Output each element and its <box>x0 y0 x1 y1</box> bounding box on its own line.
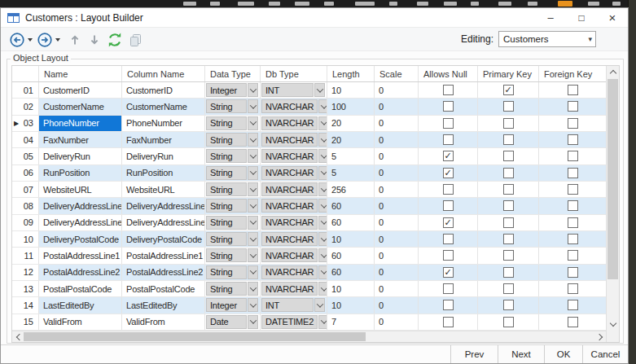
primary-key-checkbox[interactable] <box>503 101 514 112</box>
scale-cell[interactable]: 0 <box>375 281 419 296</box>
allows-null-checkbox[interactable]: ✓ <box>443 267 454 278</box>
column-name-cell[interactable]: PostalPostalCode <box>122 281 205 296</box>
allows-null-checkbox[interactable]: ✓ <box>443 217 454 228</box>
db-type-dropdown[interactable]: INT <box>261 298 325 312</box>
column-header-primary-key[interactable]: Primary Key <box>478 66 539 81</box>
primary-key-checkbox[interactable] <box>503 184 514 195</box>
column-header-data-type[interactable]: Data Type <box>205 66 261 81</box>
back-button[interactable] <box>9 32 25 48</box>
allows-null-checkbox[interactable] <box>443 283 454 294</box>
row-header[interactable]: 13 <box>12 281 39 296</box>
db-type-dropdown[interactable]: DATETIME2 <box>261 315 327 329</box>
length-cell[interactable]: 10 <box>327 82 375 98</box>
column-name-cell[interactable]: RunPosition <box>122 165 205 181</box>
vertical-scrollbar[interactable] <box>606 66 619 331</box>
length-cell[interactable]: 20 <box>327 132 375 147</box>
refresh-button[interactable] <box>107 32 123 48</box>
column-name-cell[interactable]: DeliveryPostalCode <box>122 231 205 247</box>
row-header[interactable]: 12 <box>12 265 39 280</box>
scale-cell[interactable]: 0 <box>375 297 419 313</box>
db-type-dropdown[interactable]: NVARCHAR <box>261 248 327 262</box>
name-cell[interactable]: RunPosition <box>39 165 122 181</box>
row-header[interactable]: 11 <box>12 248 39 263</box>
column-header-row-indicator[interactable] <box>12 66 39 81</box>
data-type-dropdown[interactable]: String <box>206 166 258 180</box>
name-cell[interactable]: PostalAddressLine2 <box>39 265 122 280</box>
length-cell[interactable]: 10 <box>327 281 375 296</box>
data-type-dropdown[interactable]: Integer <box>206 298 258 312</box>
move-down-button[interactable] <box>87 32 102 48</box>
forward-dropdown-caret[interactable] <box>55 38 60 42</box>
scale-cell[interactable]: 0 <box>375 314 419 330</box>
dropdown-button[interactable] <box>248 83 258 97</box>
column-name-cell[interactable]: CustomerName <box>122 99 205 114</box>
foreign-key-checkbox[interactable] <box>568 168 578 178</box>
ok-button[interactable]: OK <box>544 345 582 363</box>
primary-key-checkbox[interactable] <box>503 134 514 145</box>
column-header-scale[interactable]: Scale <box>375 66 419 81</box>
scale-cell[interactable]: 0 <box>375 148 419 164</box>
data-type-dropdown[interactable]: Integer <box>206 83 258 97</box>
data-type-dropdown[interactable]: String <box>206 216 258 230</box>
length-cell[interactable]: 10 <box>327 297 375 313</box>
dropdown-button[interactable] <box>318 133 327 147</box>
column-header-foreign-key[interactable]: Foreign Key <box>539 66 606 81</box>
move-up-button[interactable] <box>68 32 82 48</box>
foreign-key-checkbox[interactable] <box>568 101 578 112</box>
db-type-dropdown[interactable]: NVARCHAR <box>261 99 327 113</box>
data-type-dropdown[interactable]: Date <box>206 315 258 329</box>
dropdown-button[interactable] <box>318 282 327 296</box>
db-type-dropdown[interactable]: NVARCHAR <box>261 232 327 246</box>
minimize-button[interactable]: – <box>535 8 566 27</box>
data-type-dropdown[interactable]: String <box>206 182 258 196</box>
scale-cell[interactable]: 0 <box>375 265 419 280</box>
dropdown-button[interactable] <box>318 182 327 196</box>
dropdown-button[interactable] <box>318 116 327 130</box>
scale-cell[interactable]: 0 <box>375 182 419 197</box>
allows-null-checkbox[interactable] <box>443 300 454 310</box>
length-cell[interactable]: 60 <box>327 248 375 263</box>
scale-cell[interactable]: 0 <box>375 248 419 263</box>
row-header[interactable]: 04 <box>12 132 39 147</box>
column-name-cell[interactable]: DeliveryAddressLine1 <box>122 198 205 213</box>
length-cell[interactable]: 100 <box>327 99 375 114</box>
primary-key-checkbox[interactable] <box>503 200 514 211</box>
name-cell[interactable]: WebsiteURL <box>39 182 122 197</box>
column-header-db-type[interactable]: Db Type <box>261 66 327 81</box>
dropdown-button[interactable] <box>248 216 258 230</box>
row-header[interactable]: 01 <box>12 82 39 98</box>
name-cell[interactable]: DeliveryAddressLine2 <box>39 215 122 230</box>
allows-null-checkbox[interactable] <box>443 101 454 112</box>
column-header-column-name[interactable]: Column Name <box>122 66 205 81</box>
dropdown-button[interactable] <box>318 149 327 163</box>
scale-cell[interactable]: 0 <box>375 99 419 114</box>
primary-key-checkbox[interactable] <box>503 250 514 261</box>
foreign-key-checkbox[interactable] <box>568 184 578 195</box>
length-cell[interactable]: 60 <box>327 198 375 213</box>
dropdown-button[interactable] <box>248 282 258 296</box>
allows-null-checkbox[interactable] <box>443 200 454 211</box>
dropdown-button[interactable] <box>248 232 258 246</box>
allows-null-checkbox[interactable] <box>443 134 454 145</box>
scale-cell[interactable]: 0 <box>375 116 419 131</box>
scroll-right-button[interactable] <box>594 331 606 342</box>
dropdown-button[interactable] <box>318 199 327 213</box>
column-name-cell[interactable]: DeliveryAddressLine2 <box>122 215 205 230</box>
row-header[interactable]: 08 <box>12 198 39 213</box>
dropdown-button[interactable] <box>248 265 258 279</box>
allows-null-checkbox[interactable]: ✓ <box>443 168 454 178</box>
column-name-cell[interactable]: ValidFrom <box>122 314 205 330</box>
scale-cell[interactable]: 0 <box>375 82 419 98</box>
length-cell[interactable]: 7 <box>327 314 375 330</box>
scale-cell[interactable]: 0 <box>375 198 419 213</box>
name-cell[interactable]: PhoneNumber <box>39 116 122 131</box>
dropdown-button[interactable] <box>314 83 325 97</box>
dropdown-button[interactable] <box>248 166 258 180</box>
length-cell[interactable]: 10 <box>327 231 375 247</box>
data-type-dropdown[interactable]: String <box>206 99 258 113</box>
dropdown-button[interactable] <box>248 116 258 130</box>
scroll-left-button[interactable] <box>12 331 24 342</box>
close-button[interactable]: × <box>597 8 628 27</box>
dropdown-button[interactable] <box>248 149 258 163</box>
primary-key-checkbox[interactable] <box>503 317 514 327</box>
